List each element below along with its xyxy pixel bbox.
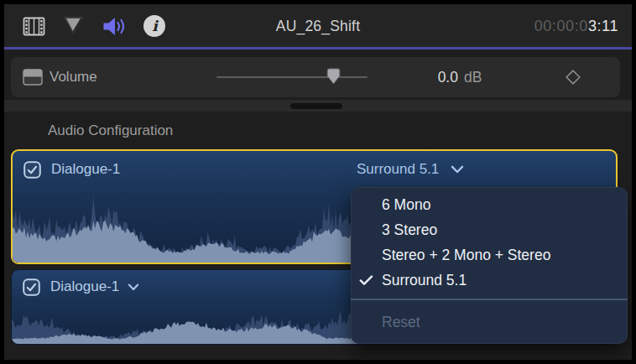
timecode-dim-digits: 00:00:0	[534, 18, 588, 35]
speaker-icon	[102, 15, 127, 38]
checkmark-icon	[359, 275, 373, 286]
menu-item-label: Surround 5.1	[382, 272, 467, 289]
channel-2-checkbox[interactable]	[23, 278, 40, 296]
volume-value-field[interactable]: 0.0 dB	[405, 57, 514, 97]
volume-slider-track[interactable]	[216, 76, 368, 78]
channel-1-label: Dialogue-1	[51, 161, 120, 178]
volume-parameter-row: Volume 0.0 dB	[11, 57, 620, 97]
channel-2-label: Dialogue-1	[50, 278, 119, 295]
check-slot	[351, 275, 382, 286]
volume-unit: dB	[464, 69, 482, 86]
menu-separator	[351, 299, 628, 300]
info-inspector-button[interactable]: i	[142, 13, 167, 39]
video-inspector-triangle-icon	[62, 15, 86, 37]
volume-slider-handle[interactable]	[326, 68, 341, 85]
volume-label: Volume	[50, 57, 97, 97]
inspector-window: i AU_26_Shift 00:00:03:11 Volume 0.0	[0, 0, 636, 364]
menu-item-3-stereo[interactable]: 3 Stereo	[351, 217, 628, 242]
film-strip-icon	[23, 15, 45, 38]
video-inspector-button[interactable]	[61, 13, 86, 39]
channel-2-disclosure-chevron-icon[interactable]	[128, 283, 139, 291]
inspector-tab-icons: i	[21, 4, 167, 48]
volume-animation-icon	[23, 69, 43, 86]
menu-item-stereo-2mono-stereo[interactable]: Stereo + 2 Mono + Stereo	[351, 242, 628, 268]
channel-1-header: Dialogue-1 Surround 5.1	[13, 151, 616, 188]
clip-filmstrip-icon[interactable]	[21, 13, 46, 39]
menu-item-label: Stereo + 2 Mono + Stereo	[382, 247, 550, 264]
inspector-accent-divider	[4, 47, 632, 49]
audio-configuration-heading: Audio Configuration	[48, 122, 173, 139]
timecode-bright-digits: 3:11	[588, 18, 618, 35]
channel-1-format-dropdown[interactable]: Surround 5.1	[357, 151, 464, 188]
menu-item-label: 3 Stereo	[382, 221, 437, 239]
clip-title: AU_26_Shift	[276, 4, 360, 48]
resize-drag-handle[interactable]	[290, 103, 342, 109]
menu-item-surround-5-1[interactable]: Surround 5.1	[351, 268, 628, 293]
channel-1-checkbox[interactable]	[23, 161, 41, 179]
inspector-topbar: i AU_26_Shift 00:00:03:11	[4, 4, 632, 48]
menu-item-reset[interactable]: Reset	[351, 309, 628, 335]
keyframe-diamond-button[interactable]	[565, 69, 581, 86]
channel-format-menu: 6 Mono 3 Stereo Stereo + 2 Mono + Stereo…	[351, 187, 628, 344]
channel-1-format-value: Surround 5.1	[357, 161, 439, 178]
audio-inspector-panel: i AU_26_Shift 00:00:03:11 Volume 0.0	[4, 4, 632, 360]
chevron-down-icon	[451, 165, 464, 174]
info-icon: i	[143, 14, 166, 38]
volume-value: 0.0	[438, 69, 458, 86]
menu-item-6-mono[interactable]: 6 Mono	[351, 192, 628, 217]
menu-item-label: 6 Mono	[382, 196, 430, 214]
section-resize-bar	[4, 100, 632, 112]
timecode-display: 00:00:03:11	[534, 4, 618, 48]
menu-item-label: Reset	[382, 314, 420, 331]
audio-inspector-button[interactable]	[102, 13, 127, 39]
